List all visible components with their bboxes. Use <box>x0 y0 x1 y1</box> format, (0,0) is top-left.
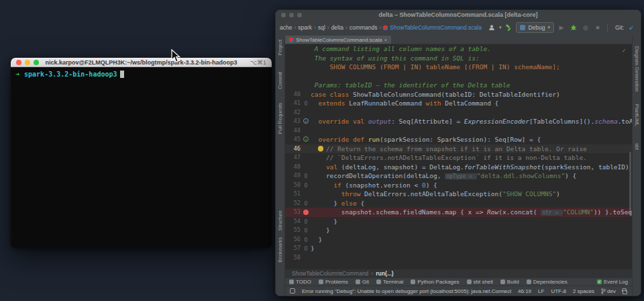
toolwindow-button-bookmarks[interactable]: Bookmarks <box>277 237 283 263</box>
line-number[interactable]: 52 <box>285 199 303 208</box>
toolwindow-toggle-icon[interactable] <box>290 288 295 294</box>
line-number[interactable]: 53 <box>285 208 303 217</box>
breadcrumb-item-sql[interactable]: sql <box>318 24 325 31</box>
breadcrumb-item-ache[interactable]: ache <box>280 24 292 31</box>
run-configuration-select[interactable]: Debug ▾ <box>516 22 554 33</box>
breadcrumb-item-commands[interactable]: commands <box>350 24 378 31</box>
editor-scrollbar[interactable] <box>629 152 631 216</box>
unlock-icon[interactable] <box>623 290 627 294</box>
git-branch[interactable]: dev <box>601 288 616 294</box>
breadcrumb-class[interactable]: ShowTableColumnsCommand <box>292 270 368 277</box>
status-message[interactable]: Error running "Debug": Unable to open de… <box>302 288 511 294</box>
fold-marker-icon[interactable] <box>305 201 307 206</box>
caret-position[interactable]: 46:19 <box>518 288 531 294</box>
line-number[interactable]: 50 <box>285 181 303 190</box>
breadcrumb-item-delta[interactable]: delta <box>331 24 343 31</box>
toolwindow-button-sbt-shell[interactable]: sbt shell <box>467 279 493 285</box>
stop-button[interactable]: ■ <box>593 23 602 32</box>
editor-tab[interactable]: ShowTableColumnsCommand.scala × <box>285 36 391 44</box>
code-token <box>311 154 326 161</box>
fold-marker-icon[interactable] <box>305 219 307 224</box>
line-number[interactable]: 48 <box>285 163 303 172</box>
close-icon[interactable]: × <box>384 37 388 43</box>
line-number[interactable]: 49 <box>285 171 303 181</box>
line-number[interactable] <box>285 44 303 54</box>
toolwindow-button-dependencies[interactable]: Dependencies <box>527 279 568 285</box>
breadcrumb-file[interactable]: ShowTableColumnsCommand.scala <box>383 24 482 31</box>
line-number[interactable]: 47 <box>285 153 303 163</box>
code-line: 56 } <box>285 235 632 245</box>
toolwindow-button-plantuml[interactable]: PlantUML <box>634 104 640 126</box>
override-marker-icon[interactable]: ↑ <box>303 118 309 124</box>
terminal-window[interactable]: nick.karpov@F2LMQLPH3K:~/ws/blogtmp/spar… <box>11 58 272 248</box>
toolwindow-button-sbt[interactable]: sbt <box>634 143 640 150</box>
code-token <box>311 181 333 189</box>
debug-bug-icon[interactable] <box>569 23 578 32</box>
line-number[interactable]: 42 <box>285 108 303 118</box>
ide-titlebar[interactable]: delta – ShowTableColumnsCommand.scala [d… <box>276 10 641 19</box>
breakpoint-icon[interactable] <box>303 210 309 215</box>
line-number[interactable]: 40 <box>285 90 303 99</box>
git-commit-button[interactable]: ✓ <box>639 23 641 32</box>
line-number[interactable]: 55 <box>285 226 303 235</box>
code-editor[interactable]: A command listing all column names of a … <box>285 44 632 269</box>
fold-marker-icon[interactable] <box>305 228 307 232</box>
line-number[interactable]: 45 <box>285 135 303 144</box>
dependencies-icon <box>527 280 531 284</box>
gutter-cell <box>303 235 311 245</box>
line-number[interactable]: 54 <box>285 217 303 226</box>
line-number[interactable] <box>285 72 303 81</box>
indent-setting[interactable]: 2 spaces <box>573 288 594 294</box>
file-encoding[interactable]: UTF-8 <box>551 288 566 294</box>
toolwindow-button-project[interactable]: Project <box>277 40 283 55</box>
gutter-cell: ↑ <box>303 135 311 144</box>
fold-marker-icon[interactable] <box>305 237 307 242</box>
line-number[interactable] <box>285 54 303 63</box>
fold-marker-icon[interactable] <box>305 173 307 178</box>
fold-marker-icon[interactable] <box>305 101 307 105</box>
toolwindow-button-terminal[interactable]: Terminal <box>376 279 403 285</box>
git-update-button[interactable]: ↙ <box>627 23 636 32</box>
breadcrumb-separator: › <box>294 24 296 31</box>
line-number[interactable]: 41 <box>285 99 303 108</box>
toolwindow-button-python-packages[interactable]: Python Packages <box>411 279 459 285</box>
code-text <box>311 108 632 118</box>
fold-marker-icon[interactable] <box>305 183 307 187</box>
line-number[interactable]: 44 <box>285 126 303 136</box>
code-text: // `DeltaErrors.notADeltaTableException`… <box>311 153 632 163</box>
coverage-button[interactable]: ◍ <box>581 23 590 32</box>
build-hammer-icon[interactable] <box>504 23 513 32</box>
toolwindow-button-pull-requests[interactable]: Pull Requests <box>277 103 283 134</box>
inspections-ok-icon[interactable]: ✓ <box>623 47 626 54</box>
run-button[interactable]: ▶ <box>557 23 566 32</box>
gutter-cell <box>303 244 311 253</box>
code-token: throw <box>341 190 361 198</box>
line-separator[interactable]: LF <box>538 288 544 294</box>
toolwindow-button-structure[interactable]: Structure <box>277 210 283 230</box>
line-number[interactable]: 57 <box>285 244 303 253</box>
line-number[interactable] <box>285 62 303 72</box>
line-number[interactable]: 56 <box>285 235 303 245</box>
toolwindow-button-diagram-generation[interactable]: Diagram Generation <box>634 46 640 92</box>
terminal-body[interactable]: ➜spark-3.3.2-bin-hadoop3 <box>11 67 272 81</box>
toolwindow-button-todo[interactable]: TODO <box>289 279 311 285</box>
line-number[interactable]: 51 <box>285 189 303 199</box>
line-number[interactable]: 43 <box>285 117 303 126</box>
ide-window[interactable]: delta – ShowTableColumnsCommand.scala [d… <box>275 9 641 296</box>
line-number[interactable]: 46 <box>285 144 303 154</box>
profile-menu-icon[interactable] <box>487 23 496 32</box>
toolwindow-button-commit[interactable]: Commit <box>277 72 283 89</box>
intention-bulb-icon[interactable] <box>318 146 323 151</box>
toolwindow-button-problems[interactable]: Problems <box>319 279 348 285</box>
toolwindow-button-git[interactable]: Git <box>356 279 369 285</box>
fold-marker-icon[interactable] <box>305 246 307 251</box>
implements-marker-icon[interactable]: ↑ <box>303 136 309 142</box>
terminal-titlebar[interactable]: nick.karpov@F2LMQLPH3K:~/ws/blogtmp/spar… <box>11 58 272 67</box>
toolwindow-button-build[interactable]: Build <box>500 279 519 285</box>
breadcrumb-item-spark[interactable]: spark <box>298 24 312 31</box>
breadcrumb-separator: › <box>327 24 329 31</box>
line-number[interactable]: 58 <box>285 253 303 263</box>
toolwindow-button-event-log[interactable]: ✓ Event Log <box>597 279 628 285</box>
line-number[interactable] <box>285 81 303 90</box>
breadcrumb-method[interactable]: run(...) <box>376 270 393 277</box>
